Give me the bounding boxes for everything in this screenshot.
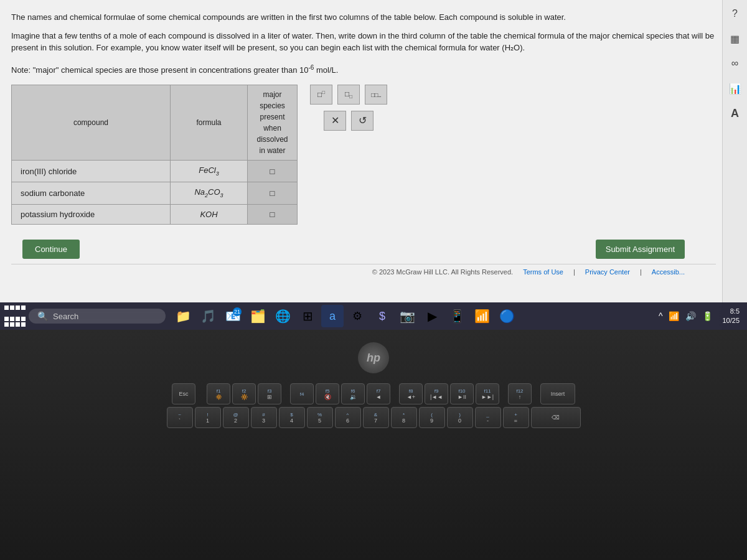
time-value: 8:5: [722, 307, 740, 316]
1-key[interactable]: !1: [195, 407, 221, 428]
taskbar-chrome[interactable]: 🔵: [496, 305, 518, 327]
taskbar-icons: 📁 🎵 📧 21 🗂️ 🌐 ⊞ a ⚙ $ 📷 ▶ 📱 📶 🔵: [172, 305, 518, 327]
taskbar-edge[interactable]: 🌐: [271, 305, 294, 327]
minus-key[interactable]: _-: [475, 407, 501, 428]
privacy-link[interactable]: Privacy Center: [585, 267, 630, 278]
start-button[interactable]: [4, 305, 26, 327]
chart-icon[interactable]: 📊: [726, 80, 744, 97]
2-key[interactable]: @2: [223, 407, 249, 428]
7-key[interactable]: &7: [363, 407, 389, 428]
network-icon[interactable]: 📶: [667, 310, 681, 322]
grid-icon[interactable]: ▦: [726, 30, 744, 47]
f6-key[interactable]: f6🔉: [341, 383, 365, 404]
fn-key-row: Esc f1🔅 f2🔆 f3⊞ f4 f5🔇 f6🔉 f7◄ f8◄+ f9|◄…: [31, 383, 716, 404]
number-key-row: ~` !1 @2 #3 $4 %5 ^6 &7 *8 (9 )0 _- += ⌫: [31, 407, 716, 428]
keyboard-area: Esc f1🔅 f2🔆 f3⊞ f4 f5🔇 f6🔉 f7◄ f8◄+ f9|◄…: [31, 383, 716, 431]
equals-key[interactable]: +=: [503, 407, 529, 428]
formula-iron: FeCl3: [170, 161, 247, 182]
f4-key[interactable]: f4: [290, 383, 314, 404]
taskbar-signal[interactable]: 📶: [471, 305, 493, 327]
app-area: ? ▦ ∞ 📊 A The names and chemical formula…: [0, 0, 747, 330]
f5-key[interactable]: f5🔇: [316, 383, 339, 404]
taskbar-play[interactable]: ▶: [421, 305, 443, 327]
time-display[interactable]: 8:5 10/25: [718, 307, 743, 326]
chevron-up-icon[interactable]: ^: [657, 310, 665, 322]
insert-key[interactable]: Insert: [540, 383, 575, 404]
f8-key[interactable]: f8◄+: [399, 383, 423, 404]
taskbar-settings[interactable]: ⚙: [346, 305, 369, 327]
search-bar[interactable]: 🔍 Search: [29, 309, 166, 324]
formula-sodium: Na2CO3: [170, 182, 247, 204]
right-sidebar: ? ▦ ∞ 📊 A: [722, 0, 747, 330]
compound-potassium: potassium hydroxide: [12, 204, 171, 225]
intro-text-2: Imagine that a few tenths of a mole of e…: [11, 30, 716, 54]
battery-icon[interactable]: 🔋: [700, 310, 715, 322]
table-row: iron(III) chloride FeCl3 □: [12, 161, 298, 182]
infinity-icon[interactable]: ∞: [726, 55, 744, 72]
subscript-button[interactable]: □□: [337, 85, 360, 105]
submit-button[interactable]: Submit Assignment: [596, 240, 685, 259]
8-key[interactable]: *8: [391, 407, 417, 428]
taskbar-files[interactable]: 🗂️: [247, 305, 269, 327]
formula-potassium: KOH: [170, 204, 247, 225]
entry-sodium[interactable]: □: [248, 182, 298, 204]
f7-key[interactable]: f7◄: [367, 383, 390, 404]
table-and-tools: compound formula major species presentwh…: [11, 85, 716, 225]
f3-key[interactable]: f3⊞: [258, 383, 281, 404]
esc-key[interactable]: Esc: [172, 383, 195, 404]
backspace-key[interactable]: ⌫: [531, 407, 581, 428]
taskbar-right: ^ 📶 🔊 🔋 8:5 10/25: [657, 307, 743, 326]
table-row: potassium hydroxide KOH □: [12, 204, 298, 225]
volume-icon[interactable]: 🔊: [684, 310, 698, 322]
taskbar-file-explorer[interactable]: 📁: [172, 305, 194, 327]
9-key[interactable]: (9: [419, 407, 445, 428]
taskbar-phone[interactable]: 📱: [446, 305, 468, 327]
col-header-major: major species presentwhen dissolved in w…: [248, 85, 298, 161]
laptop-bottom: hp Esc f1🔅 f2🔆 f3⊞ f4 f5🔇 f6🔉 f7◄ f8◄+ f…: [0, 330, 747, 560]
clear-button[interactable]: ✕: [324, 111, 346, 131]
terms-link[interactable]: Terms of Use: [523, 267, 563, 278]
search-icon: 🔍: [37, 311, 48, 321]
4-key[interactable]: $4: [279, 407, 305, 428]
taskbar-apps[interactable]: ⊞: [296, 305, 319, 327]
6-key[interactable]: ^6: [335, 407, 361, 428]
taskbar-dollar[interactable]: $: [371, 305, 393, 327]
5-key[interactable]: %5: [307, 407, 333, 428]
multiline-button[interactable]: □□...: [365, 85, 387, 105]
search-text: Search: [53, 312, 78, 321]
compound-iron: iron(III) chloride: [12, 161, 171, 182]
undo-button[interactable]: ↺: [351, 111, 374, 131]
a-icon[interactable]: A: [726, 105, 744, 122]
taskbar-camera[interactable]: 📷: [396, 305, 418, 327]
0-key[interactable]: )0: [447, 407, 473, 428]
separator: |: [573, 267, 575, 278]
f9-key[interactable]: f9|◄◄: [425, 383, 448, 404]
taskbar-mail[interactable]: 📧 21: [222, 305, 244, 327]
col-header-formula: formula: [170, 85, 247, 161]
copyright-bar: © 2023 McGraw Hill LLC. All Rights Reser…: [11, 264, 716, 280]
windows-logo: [4, 306, 26, 327]
help-icon[interactable]: ?: [726, 5, 744, 22]
backtick-key[interactable]: ~`: [167, 407, 193, 428]
f10-key[interactable]: f10►II: [450, 383, 474, 404]
accessibility-link[interactable]: Accessib...: [652, 267, 685, 278]
table-row: sodium carbonate Na2CO3 □: [12, 182, 298, 204]
entry-iron[interactable]: □: [248, 161, 298, 182]
note-text: Note: "major" chemical species are those…: [11, 63, 716, 77]
copyright-text: © 2023 McGraw Hill LLC. All Rights Reser…: [372, 267, 513, 278]
continue-button[interactable]: Continue: [22, 240, 80, 259]
taskbar: 🔍 Search 📁 🎵 📧 21 🗂️ 🌐 ⊞ a ⚙ $ 📷 ▶ 📱 📶 🔵…: [0, 302, 747, 330]
tool-panel: □□ □□ □□... ✕ ↺: [310, 85, 387, 131]
sys-tray-icons: ^ 📶 🔊 🔋: [657, 310, 715, 322]
superscript-button[interactable]: □□: [310, 85, 332, 105]
f2-key[interactable]: f2🔆: [232, 383, 256, 404]
mail-badge: 21: [233, 307, 242, 316]
intro-text-1: The names and chemical formulae of some …: [11, 11, 716, 24]
taskbar-music[interactable]: 🎵: [197, 305, 219, 327]
3-key[interactable]: #3: [251, 407, 277, 428]
entry-potassium[interactable]: □: [248, 204, 298, 225]
f1-key[interactable]: f1🔅: [207, 383, 230, 404]
f12-key[interactable]: f12↑: [508, 383, 532, 404]
taskbar-a-app[interactable]: a: [321, 305, 344, 327]
f11-key[interactable]: f11►►|: [476, 383, 499, 404]
